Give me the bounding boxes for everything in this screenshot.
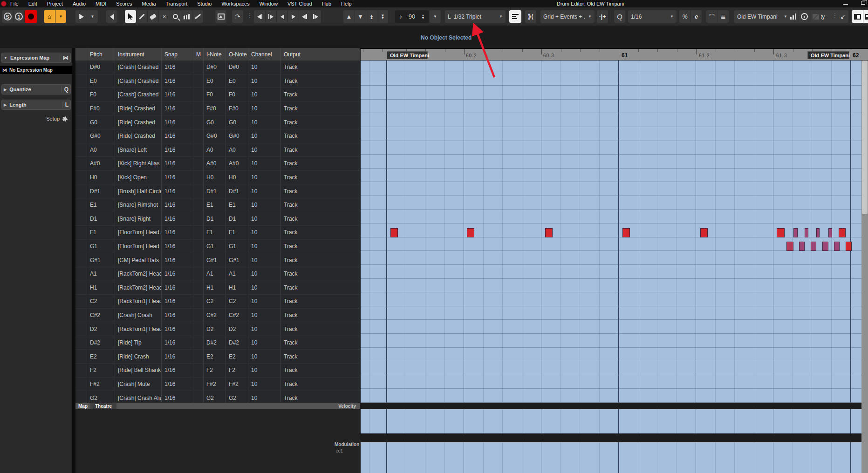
column-header-pitch[interactable]: Pitch [87, 48, 115, 61]
drum-row-ds2[interactable]: D#2[Ride] Tip1/16D#2D#210Track [75, 336, 360, 350]
trim-start-right-button[interactable] [265, 10, 276, 23]
no-expression-map-item[interactable]: ⋈ No Expression Map [0, 66, 72, 74]
drum-row-g1[interactable]: G1[FloorTom] Head1/16G1G110Track [75, 240, 360, 254]
drum-row-fs0[interactable]: F#0[Ride] Crashed1/16F#0F#010Track [75, 102, 360, 116]
drumstick-tool[interactable] [136, 10, 147, 23]
transpose-down-icon[interactable]: ▼ [355, 10, 366, 23]
note-event[interactable] [545, 228, 553, 237]
autoscroll-caret-icon[interactable]: ▼ [87, 10, 98, 23]
minimize-icon[interactable] [843, 4, 848, 5]
velocity-lane[interactable] [361, 409, 861, 434]
note-event[interactable] [811, 242, 816, 251]
trim-end-left-button[interactable] [299, 10, 310, 23]
object-selection-tool[interactable] [125, 10, 136, 23]
open-in-lower-zone-icon[interactable]: ↙ [837, 10, 848, 23]
drum-row-e2[interactable]: E2[Ride] Crash1/16E2E210Track [75, 350, 360, 364]
drum-row-cs2[interactable]: C#2[Crash] Crash1/16C#2C#210Track [75, 309, 360, 323]
part-borders-icon[interactable]: ⌜⌝ [706, 10, 718, 23]
note-event[interactable] [799, 242, 805, 251]
quantize-section[interactable]: ▶ Quantize Q [1, 84, 71, 95]
drum-row-h1[interactable]: H1[RackTom2] Head1/16H1H110Track [75, 281, 360, 295]
vertical-scrollbar[interactable] [861, 61, 868, 473]
velocity-caret-icon[interactable]: ▼ [430, 10, 441, 23]
edit-active-part-icon[interactable]: ≣ [718, 10, 729, 23]
note-event[interactable] [839, 228, 846, 237]
menu-file[interactable]: File [10, 1, 19, 7]
drum-row-d1[interactable]: D1[Snare] Right1/16D1D110Track [75, 212, 360, 226]
trim-end-right-button[interactable] [310, 10, 321, 23]
menu-scores[interactable]: Scores [116, 1, 132, 7]
picture-frame-icon[interactable] [215, 10, 226, 23]
drum-row-a0[interactable]: A0[Snare] Left1/16A0A010Track [75, 143, 360, 157]
drum-row-d2[interactable]: D2[RackTom1] Head Alias1/16D2D210Track [75, 322, 360, 336]
expression-map-icon[interactable]: ⋈ [60, 54, 68, 61]
expression-map-section[interactable]: ▼ Expression Map ⋈ [1, 53, 71, 63]
note-event[interactable] [786, 242, 793, 251]
menu-media[interactable]: Media [142, 1, 156, 7]
menu-hub[interactable]: Hub [322, 1, 331, 7]
drum-row-ds0[interactable]: D#0[Crash] Crashed1/16D#0D#010Track [75, 61, 360, 74]
menu-midi[interactable]: MIDI [96, 1, 106, 7]
solo-button[interactable]: S [2, 10, 13, 23]
note-event[interactable] [622, 228, 630, 237]
lane-divider[interactable] [361, 434, 861, 442]
menu-edit[interactable]: Edit [28, 1, 37, 7]
autoscroll-icon[interactable] [75, 10, 87, 23]
note-event[interactable] [793, 228, 798, 237]
record-button[interactable] [24, 10, 37, 23]
drum-row-g2[interactable]: G2[Crash] Crash Alias1/16G2G210Track [75, 391, 360, 403]
part-select-dropdown[interactable]: Old EW Timpani ▼ [734, 10, 790, 23]
column-header-i-note[interactable]: I-Note [203, 48, 226, 61]
transpose-up-icon[interactable]: ▲ [343, 10, 355, 23]
drum-row-e0[interactable]: E0[Crash] Crashed1/16E0E010Track [75, 74, 360, 88]
note-event[interactable] [805, 228, 808, 237]
drum-row-g0[interactable]: G0[Ride] Crashed1/16G0G010Track [75, 115, 360, 129]
drum-row-a1[interactable]: A1[RackTom2] Head Alias1/16A1A110Track [75, 267, 360, 281]
quantize-dropdown[interactable]: 1/16 ▼ [628, 10, 677, 23]
note-event[interactable] [390, 228, 398, 237]
drum-row-f0[interactable]: F0[Crash] Crashed1/16F0F010Track [75, 88, 360, 102]
menu-studio[interactable]: Studio [197, 1, 212, 7]
loop-icon[interactable]: ↷ [232, 10, 243, 23]
eraser-tool[interactable] [147, 10, 158, 23]
note-event[interactable] [467, 228, 474, 237]
column-header-o-note[interactable]: O-Note [226, 48, 248, 61]
snap-icon[interactable]: ⟫⟨ [525, 10, 536, 23]
column-header-channel[interactable]: Channel [248, 48, 280, 61]
speaker-icon[interactable] [106, 10, 117, 23]
part-badge[interactable]: Old EW Timpani [387, 51, 428, 59]
left-zone-icon[interactable] [852, 10, 863, 23]
event-colors-icon[interactable] [787, 10, 799, 23]
menu-workspaces[interactable]: Workspaces [221, 1, 249, 7]
note-event[interactable] [822, 242, 828, 251]
acoustic-feedback-button[interactable]: 1 [13, 10, 24, 23]
nudge-right-button[interactable] [287, 10, 299, 23]
drum-row-e1[interactable]: E1[Snare] Rimshot1/16E1E110Track [75, 198, 360, 212]
lower-zone-icon[interactable] [863, 10, 868, 23]
note-event[interactable] [834, 242, 840, 251]
iterative-quantize-button[interactable]: e [690, 10, 702, 23]
step-input-icon[interactable] [810, 10, 821, 23]
velocity-value[interactable]: 90 [406, 10, 417, 23]
drum-row-h0[interactable]: H0[Kick] Open1/16H0H010Track [75, 171, 360, 185]
menu-audio[interactable]: Audio [73, 1, 86, 7]
column-header-output[interactable]: Output [280, 48, 332, 61]
grid-type-dropdown[interactable]: Grid + Events + . ▼ [540, 10, 595, 23]
drum-row-gs0[interactable]: G#0[Ride] Crashed1/16G#0G#010Track [75, 129, 360, 143]
note-event[interactable] [846, 242, 852, 251]
nudge-left-button[interactable] [276, 10, 287, 23]
menu-window[interactable]: Window [260, 1, 278, 7]
note-grid[interactable] [361, 61, 861, 403]
scrollbar-thumb[interactable] [862, 61, 868, 214]
part-badge[interactable]: Old EW Timpani [807, 51, 849, 59]
drum-row-as0[interactable]: A#0[Kick] Right Alias1/16A#0A#010Track [75, 157, 360, 171]
drum-map-caret-icon[interactable]: ▼ [55, 10, 66, 23]
length-quantize-dropdown[interactable]: L 1/32 Triplet ▼ [445, 10, 506, 23]
drum-row-fs2[interactable]: F#2[Crash] Mute1/16F#2F#210Track [75, 378, 360, 392]
trim-tool[interactable] [181, 10, 192, 23]
midi-input-icon[interactable] [799, 10, 810, 23]
drum-row-ds1[interactable]: D#1[Brush] Half Circle1/16D#1D#110Track [75, 184, 360, 198]
menu-help[interactable]: Help [341, 1, 352, 7]
setup-button[interactable]: Setup [46, 116, 68, 122]
line-tool[interactable] [192, 10, 203, 23]
